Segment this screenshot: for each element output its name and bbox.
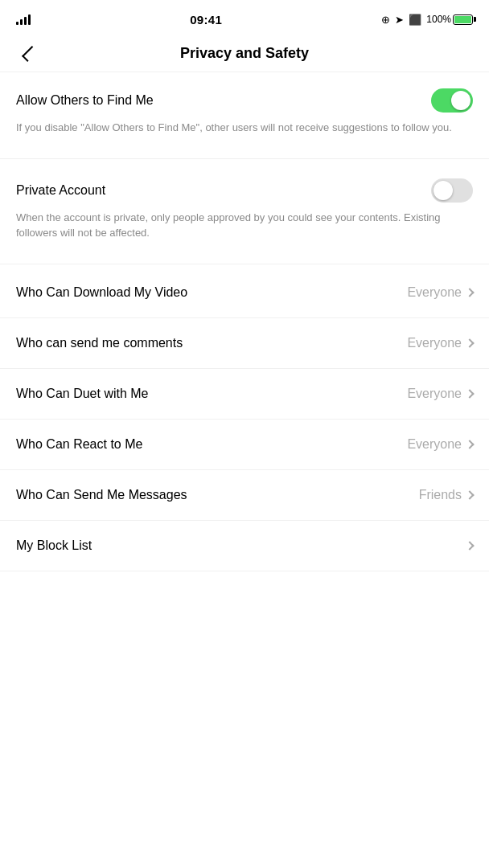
private-account-label: Private Account	[16, 183, 105, 198]
react-to-me-value: Everyone	[407, 437, 462, 452]
send-comments-value: Everyone	[407, 336, 462, 350]
find-me-description: If you disable "Allow Others to Find Me"…	[16, 121, 473, 136]
send-messages-chevron-icon	[465, 490, 474, 499]
react-to-me-chevron-icon	[465, 440, 474, 448]
download-video-label: Who Can Download My Video	[16, 285, 187, 300]
private-account-description: When the account is private, only people…	[16, 211, 473, 241]
page-title: Privacy and Safety	[180, 45, 309, 62]
page-header: Privacy and Safety	[0, 35, 489, 72]
battery-icon	[453, 14, 473, 25]
send-comments-value-container: Everyone	[407, 336, 473, 350]
private-account-toggle[interactable]	[431, 178, 473, 203]
download-video-chevron-icon	[465, 288, 474, 297]
download-video-value-container: Everyone	[407, 285, 473, 300]
navigation-icon: ➤	[395, 14, 404, 26]
status-right: ⊕ ➤ ⬛ 100%	[381, 14, 473, 26]
private-account-row: Private Account	[16, 178, 473, 203]
block-list-label: My Block List	[16, 538, 92, 553]
find-me-label: Allow Others to Find Me	[16, 93, 154, 108]
send-messages-label: Who Can Send Me Messages	[16, 488, 187, 502]
duet-with-me-label: Who Can Duet with Me	[16, 387, 149, 401]
divider-2	[0, 264, 489, 264]
airplay-icon: ⬛	[409, 14, 421, 26]
signal-bars-icon	[16, 14, 31, 25]
download-video-value: Everyone	[407, 285, 462, 300]
duet-with-me-value: Everyone	[407, 387, 462, 401]
location-icon: ⊕	[381, 14, 390, 26]
menu-row-block-list[interactable]: My Block List	[0, 521, 489, 571]
find-me-knob	[451, 91, 471, 110]
duet-with-me-chevron-icon	[465, 389, 474, 398]
back-chevron-icon	[22, 46, 38, 62]
duet-with-me-value-container: Everyone	[407, 387, 473, 401]
menu-row-send-messages[interactable]: Who Can Send Me Messages Friends	[0, 470, 489, 521]
find-me-section: Allow Others to Find Me If you disable "…	[0, 72, 489, 155]
block-list-chevron-icon	[465, 541, 474, 550]
send-messages-value-container: Friends	[419, 488, 473, 502]
send-messages-value: Friends	[419, 488, 462, 502]
divider-1	[0, 158, 489, 159]
menu-section: Who Can Download My Video Everyone Who c…	[0, 268, 489, 571]
status-bar: 09:41 ⊕ ➤ ⬛ 100%	[0, 0, 489, 35]
react-to-me-label: Who Can React to Me	[16, 437, 142, 452]
status-left	[16, 14, 31, 25]
react-to-me-value-container: Everyone	[407, 437, 473, 452]
battery-fill	[454, 16, 471, 23]
menu-row-download-video[interactable]: Who Can Download My Video Everyone	[0, 268, 489, 318]
private-account-section: Private Account When the account is priv…	[0, 162, 489, 260]
status-time: 09:41	[190, 13, 222, 27]
battery-container: 100%	[426, 14, 473, 25]
send-comments-chevron-icon	[465, 338, 474, 347]
menu-row-duet-with-me[interactable]: Who Can Duet with Me Everyone	[0, 369, 489, 420]
find-me-toggle[interactable]	[431, 88, 473, 113]
block-list-value-container	[462, 542, 473, 549]
menu-row-send-comments[interactable]: Who can send me comments Everyone	[0, 318, 489, 369]
menu-row-react-to-me[interactable]: Who Can React to Me Everyone	[0, 420, 489, 470]
back-button[interactable]	[13, 39, 42, 68]
private-account-knob	[434, 181, 453, 200]
send-comments-label: Who can send me comments	[16, 336, 183, 350]
find-me-row: Allow Others to Find Me	[16, 88, 473, 113]
content-area: Allow Others to Find Me If you disable "…	[0, 72, 489, 571]
battery-percent: 100%	[426, 14, 451, 25]
